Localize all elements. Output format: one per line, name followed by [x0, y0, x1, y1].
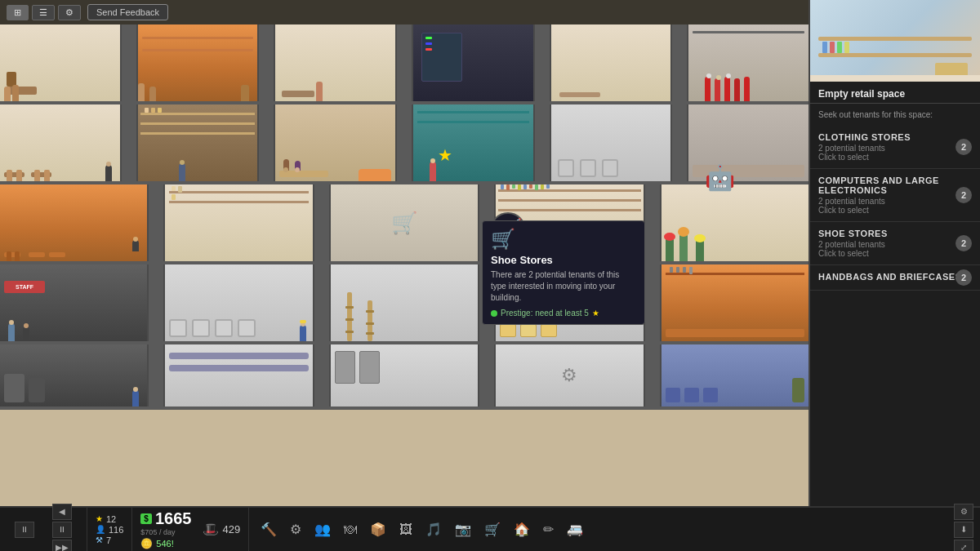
category-shoe-stores-info1: 2 potential tenants: [818, 240, 972, 249]
floor-5: ⚙: [0, 344, 808, 410]
hud-stats-section: ★ 12 👤 116 ⚒ 7: [87, 508, 132, 551]
category-clothing-stores-count: 2: [956, 139, 972, 155]
cell-5-3: [331, 344, 479, 407]
panel-seek-text: Seek out tenants for this space:: [810, 107, 980, 126]
hud-right-buttons: ⚙ ⬇ ⤢: [947, 500, 980, 552]
cell-4-4: [496, 264, 644, 341]
settings-view-button[interactable]: ⚙: [58, 5, 81, 20]
floor-3: 🛒: [0, 184, 808, 264]
star-value: 12: [106, 514, 116, 524]
hud-speed-controls: ◀ ⏸ ▶▶: [46, 500, 78, 552]
shaft-5-4: [645, 344, 662, 407]
shaft-2-1: [122, 104, 138, 181]
cell-4-1: STAFF: [0, 264, 149, 341]
hud-money-section: $ 1665 $705 / day 🪙 546! 🎩 429: [132, 508, 249, 551]
category-clothing-stores-info1: 2 potential tenants: [818, 144, 972, 153]
shaft-3-1: [149, 184, 165, 261]
shaft-5-2: [314, 344, 331, 407]
shaft-4-1: [149, 264, 165, 341]
cell-2-2: [138, 104, 260, 181]
tool-escalator-button[interactable]: ⚙: [287, 520, 305, 539]
tool-package-button[interactable]: 📦: [367, 520, 390, 539]
people-value: 116: [109, 525, 123, 535]
cell-2-3: [275, 104, 397, 181]
cell-5-4: ⚙: [496, 344, 644, 407]
category-shoe-stores-count: 2: [956, 235, 972, 251]
hud-toolbar-icons-section: 🔨 ⚙ 👥 🍽 📦 🖼 🎵 📷 🛒 🏠 ✏ 🚐: [249, 520, 947, 539]
shaft-3-2: [314, 184, 331, 261]
cell-5-1: [0, 344, 149, 407]
shaft-1-5: [672, 24, 688, 101]
tool-picture-button[interactable]: 🖼: [396, 521, 416, 539]
tool-music-button[interactable]: 🎵: [422, 520, 445, 539]
bottom-hud: ⏸ ◀ ⏸ ▶▶ ★ 12 👤 116 ⚒ 7 $: [0, 506, 980, 551]
hud-people-row: 👤 116: [96, 525, 123, 535]
right-panel: ✕ Empty retail space Seek out tenants fo…: [808, 0, 980, 506]
shaft-5-3: [479, 344, 496, 407]
category-handbags[interactable]: HANDBAGS AND BRIEFCASES 2: [810, 265, 980, 291]
cell-1-4: [413, 24, 535, 101]
cell-5-2: [165, 344, 314, 407]
hat-value: 429: [222, 523, 240, 535]
expand-hud-button[interactable]: ⤢: [954, 540, 973, 552]
category-computers-electronics[interactable]: COMPUTERS AND LARGE ELECTRONICS 2 potent…: [810, 169, 980, 222]
prev-speed-button[interactable]: ◀: [52, 504, 72, 520]
shaft-3-4: [645, 184, 662, 261]
pause-button[interactable]: ⏸: [15, 522, 34, 538]
download-hud-button[interactable]: ⬇: [954, 522, 973, 538]
cell-4-2: [165, 264, 314, 341]
next-speed-button[interactable]: ▶▶: [52, 540, 72, 552]
hud-stat-group: ★ 12 👤 116 ⚒ 7: [96, 514, 123, 545]
tool-person-button[interactable]: 👥: [311, 520, 334, 539]
cell-1-3: [275, 24, 397, 101]
shoe-store-cart-icon[interactable]: 🛒: [490, 212, 526, 248]
building-art: ★: [0, 24, 808, 506]
hud-coins-row: 🪙 546!: [140, 538, 173, 549]
category-shoe-stores-info2: Click to select: [818, 249, 972, 258]
send-feedback-button[interactable]: Send Feedback: [87, 4, 168, 20]
category-computers-electronics-name: COMPUTERS AND LARGE ELECTRONICS: [818, 176, 972, 195]
tool-pencil-button[interactable]: ✏: [540, 520, 557, 539]
tool-hammer-button[interactable]: 🔨: [257, 520, 280, 539]
shaft-1-2: [259, 24, 275, 101]
cell-5-5: [662, 344, 808, 407]
tool-home-button[interactable]: 🏠: [510, 520, 533, 539]
category-shoe-stores[interactable]: SHOE STORES 2 potential tenants Click to…: [810, 222, 980, 265]
tool-shop-button[interactable]: 🛒: [481, 520, 504, 539]
hud-worker-row: ⚒ 7: [96, 535, 123, 545]
shaft-1-4: [535, 24, 551, 101]
floor-4: STAFF: [0, 264, 808, 344]
panel-divider: [810, 103, 980, 104]
tool-truck-button[interactable]: 🚐: [564, 520, 586, 539]
category-shoe-stores-name: SHOE STORES: [818, 229, 972, 238]
info-robot-icon: 🤖: [705, 163, 735, 192]
category-clothing-stores[interactable]: CLOTHING STORES 2 potential tenants Clic…: [810, 126, 980, 169]
category-computers-electronics-info1: 2 potential tenants: [818, 197, 972, 206]
grid-view-button[interactable]: ⊞: [7, 5, 29, 20]
pause-center-button[interactable]: ⏸: [52, 522, 72, 538]
cell-3-2: [165, 184, 314, 261]
hud-hat-group: 🎩 429: [203, 522, 240, 537]
category-computers-electronics-count: 2: [956, 187, 972, 203]
tenant-categories-list: CLOTHING STORES 2 potential tenants Clic…: [810, 126, 980, 291]
cell-3-1: [0, 184, 149, 261]
tool-restaurant-button[interactable]: 🍽: [341, 521, 360, 539]
category-computers-electronics-info2: Click to select: [818, 206, 972, 215]
cell-1-1: [0, 24, 122, 101]
shaft-4-3: [479, 264, 496, 341]
tool-photo-button[interactable]: 📷: [452, 520, 474, 539]
category-handbags-count: 2: [956, 269, 972, 286]
list-view-button[interactable]: ☰: [32, 5, 55, 20]
shaft-2-2: [259, 104, 275, 181]
shaft-4-2: [314, 264, 331, 341]
settings-hud-button[interactable]: ⚙: [954, 504, 973, 520]
hud-money-value: 1665: [155, 509, 192, 528]
cell-4-5: [662, 264, 808, 341]
cell-1-6: [688, 24, 808, 101]
shaft-2-3: [397, 104, 413, 181]
cell-1-5: [551, 24, 673, 101]
person-icon: 👤: [96, 525, 105, 534]
cell-2-1: [0, 104, 122, 181]
shaft-1-1: [122, 24, 138, 101]
shaft-1-3: [397, 24, 413, 101]
